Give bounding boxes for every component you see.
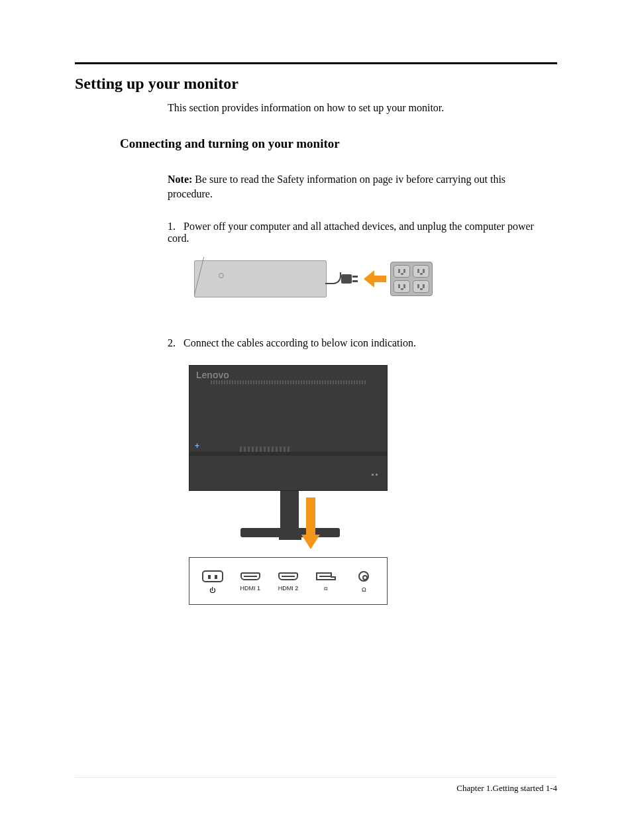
ac-port-label: ⏻ — [209, 586, 215, 594]
hdmi-port-icon — [278, 572, 298, 580]
port-displayport: ⧈ — [310, 572, 342, 592]
step-1: 1. Power off your computer and all attac… — [168, 221, 557, 244]
page-footer: Chapter 1.Getting started 1-4 — [75, 777, 557, 794]
audio-label: Ω — [362, 586, 366, 594]
displayport-icon — [316, 572, 336, 580]
monitor-brand-label: Lenovo — [196, 370, 229, 380]
page-title: Setting up your monitor — [75, 75, 557, 93]
top-rule — [75, 62, 557, 64]
monitor-rear-icon: Lenovo + — [189, 365, 388, 491]
step-2: 2. Connect the cables according to below… — [168, 337, 557, 349]
step-2-number: 2. — [168, 337, 181, 349]
port-ac: ⏻ — [197, 570, 229, 594]
note-label: Note: — [168, 174, 192, 185]
displayport-label: ⧈ — [324, 584, 328, 592]
hdmi2-label: HDMI 2 — [278, 584, 299, 592]
port-audio: Ω — [348, 571, 380, 594]
plug-icon — [341, 273, 360, 285]
port-hdmi-1: HDMI 1 — [235, 572, 266, 592]
control-dots-icon — [372, 474, 378, 476]
monitor-stand-icon — [189, 491, 388, 552]
step-1-number: 1. — [168, 221, 181, 233]
computer-icon — [194, 260, 327, 297]
port-panel: ⏻ HDMI 1 HDMI 2 ⧈ Ω — [189, 557, 388, 605]
note-text: Be sure to read the Safety information o… — [168, 174, 505, 199]
step-2-text: Connect the cables according to below ic… — [184, 337, 416, 348]
plus-icon: + — [195, 441, 199, 450]
footer-text: Chapter 1.Getting started 1-4 — [456, 783, 557, 793]
wall-outlet-icon — [390, 262, 433, 296]
section-subheading: Connecting and turning on your monitor — [120, 136, 557, 151]
port-hdmi-2: HDMI 2 — [272, 572, 304, 592]
step-1-text: Power off your computer and all attached… — [168, 221, 534, 244]
arrow-left-icon — [364, 270, 386, 288]
hdmi1-label: HDMI 1 — [240, 584, 261, 592]
figure-1 — [194, 260, 557, 297]
audio-jack-icon — [358, 571, 369, 582]
intro-text: This section provides information on how… — [168, 102, 557, 114]
ac-port-icon — [202, 570, 223, 582]
arrow-down-icon — [301, 498, 320, 553]
figure-2: Lenovo + ⏻ HDMI 1 HDMI — [189, 365, 557, 605]
note-block: Note: Be sure to read the Safety informa… — [168, 172, 525, 201]
hdmi-port-icon — [240, 572, 260, 580]
power-cord-icon — [325, 268, 341, 289]
